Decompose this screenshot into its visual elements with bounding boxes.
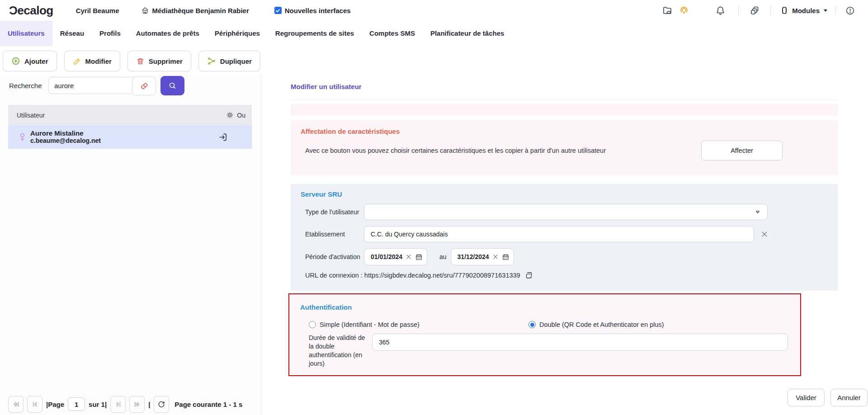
section-serveur-sru: Serveur SRU Type de l'utilisateur Etabli… xyxy=(291,184,838,291)
library-selector: Médiathèque Benjamin Rabier xyxy=(141,6,249,14)
delete-button[interactable]: Supprimer xyxy=(127,51,191,71)
clear-etablissement-icon[interactable] xyxy=(760,230,769,238)
info-icon[interactable] xyxy=(845,5,855,16)
library-icon xyxy=(141,6,149,14)
radio-checked-icon[interactable] xyxy=(528,321,536,328)
branch-icon xyxy=(207,57,216,66)
edit-button-label: Modifier xyxy=(85,57,112,65)
notifications-bell-icon[interactable] xyxy=(715,5,726,16)
tab-profils[interactable]: Profils xyxy=(92,21,128,46)
modules-menu[interactable]: Modules xyxy=(780,6,827,15)
page-status-label: Page courante 1 - 1 s xyxy=(175,401,242,408)
type-utilisateur-select[interactable] xyxy=(364,204,768,220)
duplicate-button[interactable]: Dupliquer xyxy=(198,51,260,71)
add-button[interactable]: Ajouter xyxy=(3,51,57,71)
plus-circle-icon xyxy=(11,57,20,66)
field-row-etablissement: Etablissement xyxy=(300,226,838,242)
radio-simple-label: Simple (Identifiant - Mot de passe) xyxy=(320,321,420,328)
modules-label: Modules xyxy=(792,7,820,14)
search-row: Recherche xyxy=(0,75,261,98)
list-header: Utilisateur Ou xyxy=(8,105,252,125)
affectation-row: Avec ce bouton vous pouvez choisir certa… xyxy=(300,141,838,160)
duplicate-button-label: Dupliquer xyxy=(220,57,252,65)
gear-icon[interactable] xyxy=(226,111,234,119)
clear-date-to-icon[interactable] xyxy=(492,254,499,260)
header-separator xyxy=(835,6,836,15)
field-row-type: Type de l'utilisateur xyxy=(300,204,838,220)
modules-cube-icon xyxy=(780,6,789,15)
tab-reseau[interactable]: Réseau xyxy=(52,21,92,46)
pencil-icon xyxy=(73,57,81,66)
user-list-row-selected[interactable]: Aurore Mistaline c.beaume@decalog.net xyxy=(8,125,252,149)
radio-simple[interactable]: Simple (Identifiant - Mot de passe) xyxy=(309,321,528,328)
tab-automates-de-prets[interactable]: Automates de prêts xyxy=(128,21,207,46)
tab-peripheriques[interactable]: Périphériques xyxy=(207,21,268,46)
decalog-logo[interactable]: Ɔecalog xyxy=(9,4,53,18)
date-from-value: 01/01/2024 xyxy=(371,253,402,260)
top-right-icons: Modules xyxy=(662,5,855,16)
user-name: Aurore Mistaline xyxy=(30,130,101,137)
tab-regroupements-de-sites[interactable]: Regroupements de sites xyxy=(268,21,362,46)
pagination-bar: |Page sur 1| | Page courante 1 - 1 s xyxy=(8,395,242,413)
radio-unchecked-icon[interactable] xyxy=(309,321,316,328)
periode-activation-label: Période d'activation xyxy=(305,253,364,260)
type-utilisateur-input[interactable] xyxy=(364,204,768,220)
chevron-down-icon xyxy=(824,9,827,12)
refresh-button[interactable] xyxy=(154,396,169,413)
actions-toolbar: Ajouter Modifier Supprimer Dupliquer xyxy=(3,51,260,71)
login-as-icon[interactable] xyxy=(218,132,228,142)
copy-url-icon[interactable] xyxy=(524,271,533,280)
radio-double-label: Double (QR Code et Authenticator en plus… xyxy=(539,321,664,328)
etablissement-input[interactable] xyxy=(364,226,754,242)
current-user-name: Cyril Beaume xyxy=(76,7,119,14)
date-to-value: 31/12/2024 xyxy=(458,253,489,260)
affecter-button[interactable]: Affecter xyxy=(701,141,783,160)
new-interfaces-toggle: Nouvelles interfaces xyxy=(274,7,351,14)
sru-url-row: URL de connexion : https://sigbdev.decal… xyxy=(305,271,838,280)
female-icon xyxy=(19,133,26,141)
beacon-icon[interactable] xyxy=(678,5,690,16)
radio-double[interactable]: Double (QR Code et Authenticator en plus… xyxy=(528,321,664,328)
user-identity: Aurore Mistaline c.beaume@decalog.net xyxy=(30,130,101,144)
section-sru-title: Serveur SRU xyxy=(301,190,838,198)
delete-button-label: Supprimer xyxy=(149,57,183,65)
cancel-button[interactable]: Annuler xyxy=(830,389,868,406)
tab-planificateur-de-taches[interactable]: Planificateur de tâches xyxy=(423,21,512,46)
date-from-field[interactable]: 01/01/2024 xyxy=(364,248,427,265)
search-input[interactable] xyxy=(48,77,140,94)
search-button[interactable] xyxy=(160,76,184,95)
pagination-separator: | xyxy=(148,401,150,408)
page-number-input[interactable] xyxy=(68,397,85,411)
dropdown-triangle-icon[interactable] xyxy=(754,208,762,216)
clear-date-from-icon[interactable] xyxy=(406,254,412,260)
page-last-button[interactable] xyxy=(110,396,126,413)
page-first-button[interactable] xyxy=(27,396,42,413)
section-auth-title: Authentification xyxy=(300,303,800,311)
folder-cloud-icon[interactable] xyxy=(662,5,673,16)
calendar-icon[interactable] xyxy=(502,253,509,261)
etablissement-label: Etablissement xyxy=(305,231,364,238)
new-interfaces-checkbox[interactable] xyxy=(274,7,282,14)
duration-input[interactable] xyxy=(372,334,788,351)
affectation-description: Avec ce bouton vous pouvez choisir certa… xyxy=(305,147,649,154)
page-suffix-label: sur 1| xyxy=(89,401,107,408)
edit-button[interactable]: Modifier xyxy=(64,51,120,71)
calendar-icon[interactable] xyxy=(415,253,423,261)
app-root: Ɔecalog Cyril Beaume Médiathèque Benjami… xyxy=(0,0,868,415)
validate-button[interactable]: Valider xyxy=(788,389,825,406)
panel-title-divider xyxy=(291,100,838,100)
auth-mode-radios: Simple (Identifiant - Mot de passe) Doub… xyxy=(309,321,800,328)
new-interfaces-label: Nouvelles interfaces xyxy=(285,7,351,14)
list-header-options: Ou xyxy=(226,111,245,119)
tab-comptes-sms[interactable]: Comptes SMS xyxy=(362,21,423,46)
header-separator xyxy=(770,6,771,15)
top-bar: Ɔecalog Cyril Beaume Médiathèque Benjami… xyxy=(0,0,868,21)
clear-search-button[interactable] xyxy=(132,76,156,95)
tab-utilisateurs[interactable]: Utilisateurs xyxy=(0,21,52,46)
operator-label: Ou xyxy=(237,112,245,119)
date-to-field[interactable]: 31/12/2024 xyxy=(451,248,514,265)
page-fast-backward-button[interactable] xyxy=(8,396,24,413)
page-fast-forward-button[interactable] xyxy=(129,396,145,413)
pages-copy-icon[interactable] xyxy=(750,5,760,16)
user-email: c.beaume@decalog.net xyxy=(30,137,101,145)
